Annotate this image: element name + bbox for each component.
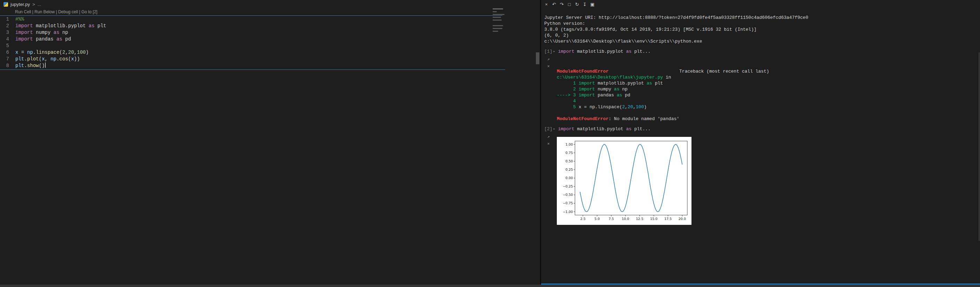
token: as [626,126,632,132]
undo-icon[interactable]: ↶ [551,2,557,8]
svg-text:0.75: 0.75 [566,151,573,155]
code-line[interactable]: 2import matplotlib.pyplot as plt [0,23,488,29]
cell-expand-icon[interactable]: ▸ [553,126,555,132]
code-text: plt.plot(x, np.cos(x)) [15,56,80,62]
line-number: 2 [0,23,15,29]
traceback-line: ModuleNotFoundError: No module named 'pa… [557,116,769,122]
cell-actions: ↗× [544,55,557,122]
line-number: 6 [0,49,15,56]
minimap-line-mark [493,14,504,15]
token: matplotlib.pyplot [574,49,626,54]
token: as [617,92,622,98]
code-line[interactable]: 4import pandas as pd [0,36,488,43]
minimap-line-mark [493,25,503,26]
code-line[interactable]: 3import numpy as np [0,29,488,36]
traceback-line [557,110,769,116]
token: . [24,56,27,62]
token: ... [642,49,650,54]
token: np [27,49,33,55]
token: pd [622,92,630,98]
cell-expand-icon[interactable]: ▸ [553,49,555,54]
codelens-link[interactable]: Debug cell [58,10,78,14]
token: () [39,63,45,69]
cell-code: import matplotlib.pyplot as plt... [558,49,650,54]
interactive-output-area: Jupyter Server URI: http://localhost:888… [541,10,977,280]
interactive-toolbar: ×↶↷□↻↧▣ [541,0,980,8]
breadcrumb: jupyter.py > ... [0,0,540,8]
token: plot [27,56,39,62]
code-text: #%% [15,16,24,23]
jupyter-server-log: Jupyter Server URI: http://localhost:888… [544,15,977,44]
code-line[interactable]: 1#%% [0,16,488,23]
token: . [24,63,27,69]
token [557,99,573,104]
token: plt [652,81,663,86]
token: import [15,36,33,42]
editor-scrollbar-thumb[interactable] [536,53,539,64]
token: 20 [628,104,633,110]
breadcrumb-file-name[interactable]: jupyter.py [11,2,30,7]
token: as [646,81,652,86]
token: 100 [636,104,644,110]
token: cos [59,56,68,62]
restart-kernel-icon[interactable]: ↻ [574,2,580,8]
svg-text:−1.00: −1.00 [563,210,573,214]
token: linspace [36,49,59,55]
goto-code-icon[interactable]: ↗ [546,57,551,62]
token: import [578,86,595,92]
token: import [558,49,574,54]
export-notebook-icon[interactable]: ↧ [582,2,588,8]
minimap[interactable] [493,8,508,47]
token: 4 [573,99,576,104]
minimap-line-mark [493,28,503,29]
token: ModuleNotFoundError [557,69,608,74]
remove-cell-icon[interactable]: × [546,141,551,147]
token: x = np.linspace( [578,104,622,110]
error-traceback: ModuleNotFoundError Traceback (most rece… [557,69,769,122]
codelens-link[interactable]: Run Below [35,10,55,14]
clear-all-cells-icon[interactable]: × [543,2,549,8]
token: pd [62,36,71,42]
editor-pane: jupyter.py > ... Run Cell | Run Below | … [0,0,540,285]
breadcrumb-separator-icon: > [32,2,35,7]
code-editor[interactable]: 1#%%2import matplotlib.pyplot as plt3imp… [0,16,488,69]
svg-text:2.5: 2.5 [580,217,585,221]
token: . [57,56,59,62]
svg-text:0.00: 0.00 [566,176,573,180]
jupyter-log-line: (6, 0, 2) [544,32,977,38]
token: 100 [77,49,86,55]
codelens-link[interactable]: Go to [2] [81,10,97,14]
remove-cell-icon[interactable]: × [546,64,551,70]
token: in [663,75,674,80]
redo-icon[interactable]: ↷ [558,2,565,8]
traceback-line: 5 x = np.linspace(2,20,100) [557,104,769,110]
token: matplotlib.pyplot [595,81,646,86]
token: import [15,30,33,35]
interrupt-kernel-icon[interactable]: □ [566,2,573,8]
svg-text:1.00: 1.00 [566,142,573,146]
line-number: 4 [0,36,15,43]
token: c:\Users\63164\Desktop\flask\jupyter.py [557,75,663,80]
token [557,81,573,86]
token: x [42,56,45,62]
token: np [51,56,57,62]
interactive-scrollbar-thumb[interactable] [978,53,980,241]
traceback-line: 4 [557,98,769,104]
code-line[interactable]: 8plt.show() [0,62,488,69]
code-line[interactable]: 7plt.plot(x, np.cos(x)) [0,56,488,62]
code-line[interactable]: 5 [0,43,488,49]
code-line[interactable]: 6x = np.linspace(2,20,100) [0,49,488,56]
token: = [18,49,27,55]
codelens-bar: Run Cell | Run Below | Debug cell | Go t… [15,10,97,14]
jupyter-log-line: 3.8.0 (tags/v3.8.0:fa919fd, Oct 14 2019,… [544,27,977,32]
codelens-link[interactable]: Run Cell [15,10,31,14]
traceback-line: ModuleNotFoundError Traceback (most rece… [557,69,769,74]
cell-output: ↗× 2.55.07.510.012.515.017.520.01.000.75… [544,133,977,225]
expand-all-icon[interactable]: ▣ [589,2,595,8]
traceback-line: c:\Users\63164\Desktop\flask\jupyter.py … [557,74,769,80]
token: ModuleNotFoundError [557,116,608,121]
cell-output: ↗× ModuleNotFoundError Traceback (most r… [544,55,977,122]
goto-code-icon[interactable]: ↗ [546,134,551,140]
breadcrumb-symbol-ellipsis[interactable]: ... [37,2,41,7]
token: numpy [595,86,614,92]
